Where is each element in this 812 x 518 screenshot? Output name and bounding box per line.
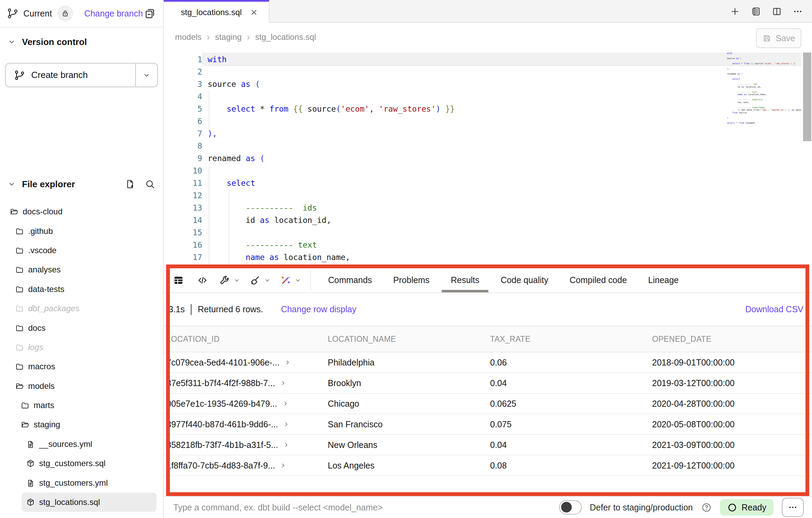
cell-tax-rate: 0.04 [490,378,652,388]
defer-toggle[interactable] [559,500,582,515]
command-input[interactable] [173,502,483,513]
editor-header: models›staging›stg_locations.sql Save [164,23,812,52]
more-actions-button[interactable] [782,498,804,517]
file-tree-item-docs-cloud[interactable]: docs-cloud [0,202,163,221]
cube-icon [26,459,35,468]
cell-location-id: 005e7e1c-1935-4269-b479... [166,399,328,409]
file-tree-item-github[interactable]: .github [0,221,163,240]
create-branch-dropdown[interactable] [136,64,157,87]
file-label: macros [28,362,55,371]
help-question-icon[interactable] [701,502,712,513]
split-editor-icon[interactable] [772,6,782,17]
panel-tab-commands[interactable]: Commands [328,268,372,292]
file-tree-item-dbt-packages[interactable]: dbt_packages [0,299,163,318]
download-csv-link[interactable]: Download CSV [745,304,803,314]
panel-tab-results[interactable]: Results [451,268,479,292]
ai-fix-button[interactable] [280,274,301,286]
branch-bar: Current Change branch [0,0,163,27]
create-branch-button[interactable]: Create branch [6,64,135,87]
tab-stg-locations-sql[interactable]: stg_locations.sql [164,0,269,23]
notebook-icon[interactable] [751,6,761,17]
search-icon[interactable] [144,179,155,190]
panel-tab-problems[interactable]: Problems [393,268,430,292]
code-line-10[interactable]: 10 [164,165,812,177]
file-tree-item-docs[interactable]: docs [0,318,163,337]
code-line-4[interactable]: 4 [164,90,812,103]
compile-code-button[interactable] [197,274,208,286]
cell-tax-rate: 0.08 [490,461,652,471]
ready-status-badge[interactable]: Ready [720,499,774,516]
chevron-down-icon [294,277,301,284]
panel-tab-compiled-code[interactable]: Compiled code [570,268,627,292]
change-branch-link[interactable]: Change branch [84,9,143,19]
lock-icon [61,9,70,18]
editor-scrollbar[interactable] [803,53,811,141]
code-line-11[interactable]: 11 select [164,177,812,189]
code-line-3[interactable]: 3source as ( [164,78,812,90]
code-line-5[interactable]: 5 select * from {{ source('ecom', 'raw_s… [164,103,812,115]
code-line-12[interactable]: 12 [164,189,812,202]
new-file-icon[interactable] [125,179,136,190]
code-text: select * from {{ source('ecom', 'raw_sto… [202,103,801,115]
chev-right-icon [283,421,290,428]
id-value: 37e5f311-b7f4-4f2f-988b-7... [166,378,275,388]
file-explorer-header[interactable]: File explorer [0,176,163,192]
code-line-6[interactable]: 6 [164,115,812,127]
file-icon [26,478,35,487]
panel-tab-lineage[interactable]: Lineage [648,268,679,292]
file-tree-item-stg-locations-sql[interactable]: stg_locations.sql [22,493,156,512]
file-label: stg_customers.sql [39,459,105,468]
file-tree-item-marts[interactable]: marts [0,396,163,415]
file-tree-item-sources-yml[interactable]: __sources.yml [0,435,163,454]
table-row: 1f8ffa70-7cb5-4d83-8a7f-9...Los Angeles0… [164,455,812,476]
change-row-display-link[interactable]: Change row display [281,304,357,314]
chev-right-icon [284,359,291,366]
copy-icon[interactable] [144,7,156,20]
code-line-16[interactable]: 16 ---------- text [164,239,812,251]
line-number: 15 [164,228,202,237]
code-line-9[interactable]: 9renamed as ( [164,152,812,165]
cell-location-id: 1f8ffa70-7cb5-4d83-8a7f-9... [166,461,328,471]
file-tree-item-stg-customers-yml[interactable]: stg_customers.yml [0,473,163,492]
file-tree-item-data-tests[interactable]: data-tests [0,280,163,299]
file-tree-item-stg-customers-sql[interactable]: stg_customers.sql [0,454,163,473]
build-button[interactable] [219,274,240,286]
breadcrumb-item[interactable]: staging [215,32,242,42]
code-lines: 1with23source as (45 select * from {{ so… [164,53,812,263]
close-tab-icon[interactable] [250,8,258,17]
code-text: name as location_name, [202,251,801,263]
code-line-2[interactable]: 2 [164,66,812,78]
breadcrumb-item[interactable]: models [175,32,201,42]
code-line-15[interactable]: 15 [164,226,812,239]
file-label: docs [28,323,46,333]
file-tree-item-vscode[interactable]: .vscode [0,241,163,260]
code-line-14[interactable]: 14 id as location_id, [164,214,812,226]
file-tree-item-staging[interactable]: staging [0,415,163,434]
code-line-8[interactable]: 8 [164,140,812,152]
minimap[interactable]: with source as ( select * from {{ source… [727,52,801,124]
format-button[interactable] [249,274,271,286]
panel-toolbar: CommandsProblemsResultsCode qualityCompi… [164,268,812,293]
code-line-17[interactable]: 17 name as location_name, [164,251,812,263]
new-tab-icon[interactable] [730,6,740,17]
code-line-7[interactable]: 7), [164,127,812,140]
file-tree-item-analyses[interactable]: analyses [0,260,163,279]
preview-table-button[interactable] [173,274,184,286]
file-tree-item-models[interactable]: models [0,376,163,396]
code-text [202,66,801,78]
file-tree-item-macros[interactable]: macros [0,357,163,376]
ellipsis-icon [788,502,798,513]
version-control-header[interactable]: Version control [0,34,163,49]
code-editor[interactable]: 1with23source as (45 select * from {{ so… [164,52,812,268]
file-tree-item-logs[interactable]: logs [0,338,163,357]
breadcrumb-item[interactable]: stg_locations.sql [255,32,316,42]
code-text: ---------- text [202,239,801,251]
panel-tab-code-quality[interactable]: Code quality [501,268,548,292]
more-options-icon[interactable] [792,6,803,17]
cell-tax-rate: 0.075 [490,419,652,429]
save-button[interactable]: Save [756,28,801,48]
code-text: id as location_id, [202,214,801,226]
folder-icon [15,285,24,294]
code-line-1[interactable]: 1with [164,53,812,66]
code-line-13[interactable]: 13 ---------- ids [164,202,812,214]
